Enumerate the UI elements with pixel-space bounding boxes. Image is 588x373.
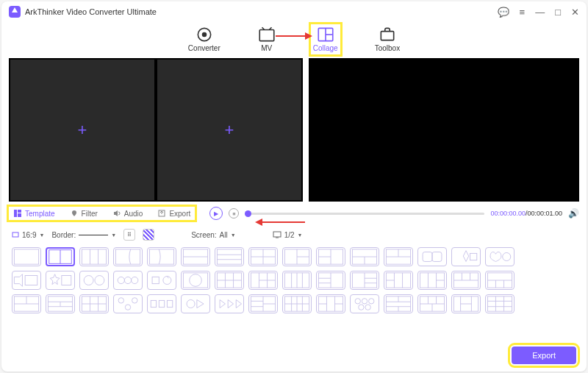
color-picker-button[interactable]: ⠿ bbox=[123, 229, 135, 241]
template-item[interactable] bbox=[113, 294, 143, 313]
template-item[interactable] bbox=[215, 247, 244, 266]
collage-edit-area: + + bbox=[9, 58, 303, 202]
aspect-ratio-dropdown[interactable]: 16:9 ▼ bbox=[12, 231, 44, 239]
tab-filter[interactable]: Filter bbox=[70, 209, 98, 218]
add-icon: + bbox=[78, 121, 87, 140]
template-item[interactable] bbox=[79, 271, 109, 290]
template-item[interactable] bbox=[46, 294, 75, 313]
close-button[interactable]: ✕ bbox=[571, 7, 579, 17]
template-item[interactable] bbox=[417, 247, 447, 266]
maximize-button[interactable]: □ bbox=[555, 7, 561, 17]
template-item[interactable] bbox=[147, 271, 176, 290]
collage-slot-1[interactable]: + bbox=[10, 60, 154, 200]
add-icon: + bbox=[225, 121, 234, 140]
template-item[interactable] bbox=[282, 247, 312, 266]
options-row: 16:9 ▼ Border: ▼ ⠿ Screen: All ▼ 1/2 ▼ bbox=[1, 225, 587, 244]
export-icon bbox=[157, 209, 166, 218]
template-item[interactable] bbox=[248, 271, 278, 290]
template-item[interactable] bbox=[79, 247, 109, 266]
app-window: ArkThinker Video Converter Ultimate 💬 ≡ … bbox=[1, 1, 587, 372]
template-item[interactable] bbox=[282, 294, 312, 313]
template-item[interactable] bbox=[12, 271, 41, 290]
template-item[interactable] bbox=[147, 294, 176, 313]
template-item[interactable] bbox=[316, 294, 345, 313]
seek-slider[interactable] bbox=[245, 213, 484, 215]
collage-slot-2[interactable]: + bbox=[157, 60, 301, 200]
template-item[interactable] bbox=[451, 294, 481, 313]
footer: Export bbox=[1, 341, 587, 372]
svg-point-106 bbox=[132, 298, 137, 303]
template-item[interactable] bbox=[485, 294, 514, 313]
template-item[interactable] bbox=[248, 294, 278, 313]
template-item[interactable] bbox=[417, 271, 447, 290]
template-item[interactable] bbox=[181, 247, 210, 266]
template-item[interactable] bbox=[451, 271, 481, 290]
screen-icon bbox=[273, 231, 282, 238]
template-item[interactable] bbox=[181, 271, 210, 290]
template-item[interactable] bbox=[451, 247, 481, 266]
menu-icon[interactable]: ≡ bbox=[520, 7, 526, 17]
template-item[interactable] bbox=[215, 271, 244, 290]
template-item[interactable] bbox=[113, 247, 143, 266]
play-button[interactable]: ▶ bbox=[209, 207, 223, 220]
svg-rect-14 bbox=[14, 249, 38, 264]
svg-rect-46 bbox=[25, 276, 37, 285]
template-item[interactable] bbox=[113, 271, 143, 290]
tab-audio[interactable]: Audio bbox=[112, 209, 143, 218]
border-preview bbox=[79, 235, 108, 235]
preview-slot-1 bbox=[310, 60, 442, 200]
volume-icon[interactable]: 🔊 bbox=[568, 208, 579, 219]
svg-point-110 bbox=[187, 299, 195, 308]
screen-dropdown[interactable]: Screen: All ▼ bbox=[191, 231, 236, 239]
audio-icon bbox=[112, 209, 121, 218]
nav-toolbox[interactable]: Toolbox bbox=[375, 26, 400, 52]
template-item[interactable] bbox=[181, 294, 210, 313]
template-item[interactable] bbox=[46, 247, 75, 266]
template-item[interactable] bbox=[350, 271, 379, 290]
template-item[interactable] bbox=[316, 247, 345, 266]
svg-point-52 bbox=[132, 277, 138, 283]
template-item[interactable] bbox=[350, 247, 379, 266]
template-item[interactable] bbox=[248, 247, 278, 266]
svg-rect-12 bbox=[273, 232, 281, 237]
template-item[interactable] bbox=[316, 271, 345, 290]
svg-rect-17 bbox=[82, 249, 106, 264]
template-item[interactable] bbox=[350, 294, 379, 313]
template-item[interactable] bbox=[282, 271, 312, 290]
border-dropdown[interactable]: Border: ▼ bbox=[51, 231, 116, 239]
template-item[interactable] bbox=[46, 271, 75, 290]
nav-collage[interactable]: Collage bbox=[313, 26, 338, 52]
page-dropdown[interactable]: 1/2 ▼ bbox=[273, 231, 303, 239]
template-item[interactable] bbox=[485, 247, 514, 266]
nav-mv[interactable]: MV bbox=[257, 26, 276, 52]
template-item[interactable] bbox=[215, 294, 244, 313]
svg-point-127 bbox=[362, 299, 367, 304]
svg-rect-47 bbox=[62, 276, 71, 285]
nav-converter[interactable]: Converter bbox=[188, 26, 220, 52]
tab-template[interactable]: Template bbox=[13, 209, 55, 218]
template-item[interactable] bbox=[384, 294, 413, 313]
collage-icon bbox=[316, 26, 335, 43]
template-item[interactable] bbox=[12, 247, 41, 266]
template-item[interactable] bbox=[384, 247, 413, 266]
template-item[interactable] bbox=[417, 294, 447, 313]
screen-label: Screen: bbox=[191, 231, 216, 239]
svg-rect-107 bbox=[151, 300, 156, 307]
template-item[interactable] bbox=[147, 247, 176, 266]
seek-thumb[interactable] bbox=[245, 210, 251, 217]
tab-export[interactable]: Export bbox=[157, 209, 190, 218]
feedback-icon[interactable]: 💬 bbox=[498, 7, 509, 17]
template-item[interactable] bbox=[12, 294, 41, 313]
template-item[interactable] bbox=[79, 294, 109, 313]
playback-time: 00:00:00.00/00:00:01.00 bbox=[490, 210, 562, 217]
template-item[interactable] bbox=[485, 271, 514, 290]
tab-filter-label: Filter bbox=[82, 210, 98, 218]
svg-point-50 bbox=[118, 277, 124, 283]
minimize-button[interactable]: — bbox=[535, 7, 545, 17]
pattern-button[interactable] bbox=[143, 229, 154, 241]
template-item[interactable] bbox=[384, 271, 413, 290]
nav-converter-label: Converter bbox=[188, 44, 220, 52]
stop-button[interactable]: ■ bbox=[229, 208, 239, 219]
export-button[interactable]: Export bbox=[512, 347, 576, 364]
nav-mv-label: MV bbox=[261, 44, 272, 52]
